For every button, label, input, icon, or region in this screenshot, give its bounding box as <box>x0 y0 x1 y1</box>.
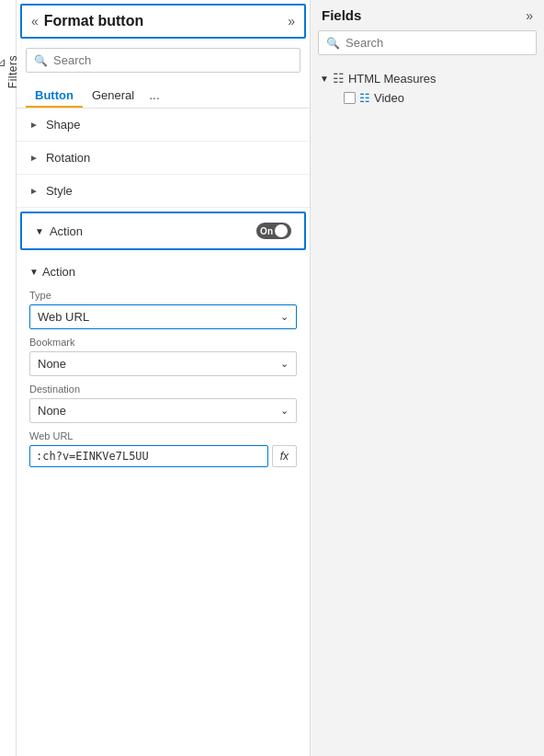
fields-search-input[interactable] <box>346 36 528 50</box>
format-panel: « Format button » 🔍 Button General ... ►… <box>17 0 311 756</box>
left-search-box: 🔍 <box>26 48 300 73</box>
table-grid-icon: ☷ <box>333 71 345 86</box>
action-content: ▼ Action Type Web URL ⌄ Bookmark None ⌄ … <box>17 254 310 467</box>
fields-search-icon: 🔍 <box>326 37 340 50</box>
action-sub-header[interactable]: ▼ Action <box>29 259 297 282</box>
shape-section[interactable]: ► Shape <box>17 109 310 142</box>
type-field-label: Type <box>29 290 297 301</box>
bookmark-field-label: Bookmark <box>29 337 297 348</box>
destination-dropdown[interactable]: None ⌄ <box>29 398 297 423</box>
tabs-row: Button General ... <box>17 78 310 109</box>
type-value: Web URL <box>38 310 89 324</box>
rotation-label: Rotation <box>46 151 90 165</box>
video-table-icon: ☷ <box>359 91 370 105</box>
fields-panel: Fields » 🔍 ▼ ☷ HTML Measures ☷ Video <box>311 0 544 756</box>
destination-value: None <box>38 404 66 418</box>
fx-button[interactable]: fx <box>272 445 297 467</box>
toggle-knob <box>275 224 288 237</box>
collapse-left-icon[interactable]: « <box>31 14 39 29</box>
tree-parent-html-measures[interactable]: ▼ ☷ HTML Measures <box>318 68 537 88</box>
expand-right-icon[interactable]: » <box>288 14 295 29</box>
tree-child-video[interactable]: ☷ Video <box>318 88 537 108</box>
type-dropdown-chevron: ⌄ <box>280 311 289 323</box>
destination-dropdown-chevron: ⌄ <box>280 405 289 417</box>
html-measures-label: HTML Measures <box>348 72 436 86</box>
video-checkbox[interactable] <box>344 92 356 104</box>
style-section[interactable]: ► Style <box>17 175 310 208</box>
video-label: Video <box>374 91 404 105</box>
type-dropdown[interactable]: Web URL ⌄ <box>29 304 297 329</box>
bookmark-dropdown-chevron: ⌄ <box>280 358 289 370</box>
panel-title: Format button <box>44 13 143 29</box>
filter-icon: ⊿ <box>0 55 6 69</box>
style-label: Style <box>46 184 73 198</box>
panel-header-left: « Format button <box>31 13 143 29</box>
style-chevron-icon: ► <box>29 186 39 196</box>
bookmark-value: None <box>38 357 66 371</box>
left-search-input[interactable] <box>53 53 292 67</box>
toggle-label: On <box>260 226 273 236</box>
action-left: ▼ Action <box>35 224 83 238</box>
shape-chevron-icon: ► <box>29 120 39 130</box>
tab-button[interactable]: Button <box>26 83 83 108</box>
action-toggle[interactable]: On <box>256 223 291 239</box>
shape-label: Shape <box>46 118 81 132</box>
tab-general[interactable]: General <box>83 83 143 108</box>
action-section-header[interactable]: ▼ Action On <box>20 212 306 250</box>
filters-label: Filters <box>6 55 19 88</box>
tree-parent-chevron: ▼ <box>320 74 329 84</box>
tab-more-icon[interactable]: ... <box>143 82 165 108</box>
fields-title: Fields <box>322 7 361 23</box>
web-url-row: :ch?v=EINKVe7L5UU fx <box>29 445 297 467</box>
action-section-label: Action <box>50 224 83 238</box>
fields-expand-icon[interactable]: » <box>526 8 533 23</box>
action-expand-chevron: ▼ <box>35 226 44 236</box>
fields-header: Fields » <box>311 0 544 30</box>
url-value: :ch?v=EINKVe7L5UU <box>36 450 149 463</box>
search-icon-left: 🔍 <box>34 54 48 67</box>
web-url-field-label: Web URL <box>29 430 297 441</box>
destination-field-label: Destination <box>29 384 297 395</box>
action-sub-label: Action <box>42 265 75 279</box>
fields-search-box: 🔍 <box>318 30 537 55</box>
rotation-chevron-icon: ► <box>29 153 39 163</box>
bookmark-dropdown[interactable]: None ⌄ <box>29 351 297 376</box>
panel-header: « Format button » <box>20 4 306 39</box>
fields-tree: ▼ ☷ HTML Measures ☷ Video <box>311 63 544 113</box>
filters-tab[interactable]: ⊿ Filters <box>0 0 17 756</box>
rotation-section[interactable]: ► Rotation <box>17 142 310 175</box>
url-input[interactable]: :ch?v=EINKVe7L5UU <box>29 445 268 467</box>
action-sub-chevron: ▼ <box>29 267 39 277</box>
